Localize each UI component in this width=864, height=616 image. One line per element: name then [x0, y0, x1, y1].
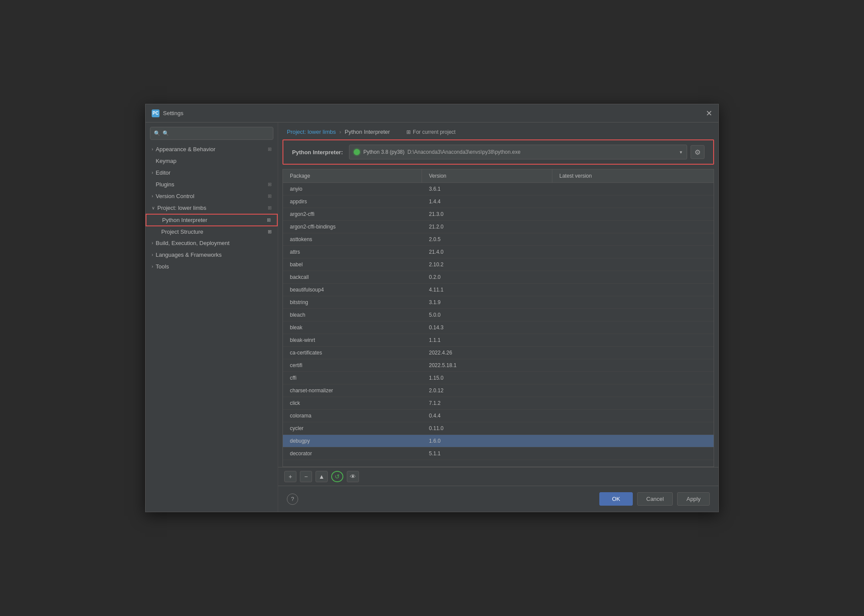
table-row[interactable]: beautifulsoup4 4.11.1 [283, 284, 714, 296]
add-package-button[interactable]: + [284, 471, 296, 482]
main-content: Project: lower limbs › Python Interprete… [278, 123, 718, 512]
table-row[interactable]: debugpy 1.6.0 [283, 435, 714, 447]
cell-latest [552, 309, 714, 321]
cell-latest [552, 410, 714, 422]
table-row[interactable]: charset-normalizer 2.0.12 [283, 384, 714, 397]
settings-dialog: PC Settings ✕ 🔍 › Appearance & Behavior … [145, 104, 719, 512]
cell-version: 2022.5.18.1 [422, 359, 552, 371]
sidebar-item-plugins[interactable]: › Plugins ⊞ [146, 179, 278, 190]
sidebar-item-label: Appearance & Behavior [156, 146, 215, 152]
table-row[interactable]: argon2-cffi-bindings 21.2.0 [283, 221, 714, 233]
cell-latest [552, 447, 714, 460]
chevron-right-icon: › [152, 264, 153, 269]
cell-latest [552, 372, 714, 384]
cell-package: backcall [283, 271, 422, 283]
chevron-right-icon: › [152, 170, 153, 175]
sidebar-item-label: Plugins [156, 181, 174, 188]
ok-button[interactable]: OK [599, 492, 633, 506]
cell-package: debugpy [283, 435, 422, 447]
footer-left: ? [287, 493, 298, 505]
cell-package: asttokens [283, 233, 422, 245]
eye-button[interactable]: 👁 [347, 471, 359, 482]
remove-package-button[interactable]: − [300, 471, 312, 482]
chevron-down-icon: ∨ [152, 205, 155, 210]
table-row[interactable]: asttokens 2.0.5 [283, 233, 714, 246]
copy-icon: ⊞ [268, 205, 272, 211]
table-row[interactable]: cycler 0.11.0 [283, 422, 714, 435]
table-row[interactable]: attrs 21.4.0 [283, 246, 714, 258]
sidebar-item-python-interpreter[interactable]: Python Interpreter ⊞ [146, 214, 278, 226]
table-row[interactable]: bleak-winrt 1.1.1 [283, 334, 714, 347]
chevron-right-icon: › [152, 252, 153, 257]
sidebar-item-project[interactable]: ∨ Project: lower limbs ⊞ [146, 202, 278, 214]
refresh-button[interactable]: ↺ [331, 471, 343, 482]
cell-version: 21.3.0 [422, 208, 552, 220]
chevron-right-icon: › [152, 241, 153, 245]
sidebar: 🔍 › Appearance & Behavior ⊞ › Keymap › E… [146, 123, 278, 512]
sidebar-item-version-control[interactable]: › Version Control ⊞ [146, 190, 278, 202]
table-row[interactable]: anyio 3.6.1 [283, 183, 714, 195]
chevron-right-icon: › [152, 194, 153, 199]
cell-version: 4.11.1 [422, 284, 552, 296]
cell-package: ca-certificates [283, 347, 422, 359]
interpreter-row: Python Interpreter: Python 3.8 (py38) D:… [282, 139, 714, 165]
table-row[interactable]: colorama 0.4.4 [283, 410, 714, 422]
cell-latest [552, 221, 714, 233]
table-row[interactable]: appdirs 1.4.4 [283, 195, 714, 208]
sidebar-item-build-exec[interactable]: › Build, Execution, Deployment [146, 237, 278, 249]
table-row[interactable]: bleach 5.0.0 [283, 309, 714, 321]
cell-package: certifi [283, 359, 422, 371]
table-row[interactable]: backcall 0.2.0 [283, 271, 714, 284]
sidebar-item-tools[interactable]: › Tools [146, 261, 278, 272]
close-button[interactable]: ✕ [706, 109, 712, 117]
table-row[interactable]: certifi 2022.5.18.1 [283, 359, 714, 372]
sidebar-item-keymap[interactable]: › Keymap [146, 155, 278, 167]
interpreter-settings-button[interactable]: ⚙ [691, 145, 704, 159]
sidebar-item-label: Tools [156, 263, 169, 270]
table-row[interactable]: decorator 5.1.1 [283, 447, 714, 460]
table-row[interactable]: ca-certificates 2022.4.26 [283, 347, 714, 359]
chevron-right-icon: › [152, 147, 153, 152]
for-project-label: For current project [413, 129, 455, 135]
copy-icon: ⊞ [268, 193, 272, 199]
sidebar-item-editor[interactable]: › Editor [146, 167, 278, 179]
cell-version: 3.6.1 [422, 183, 552, 195]
table-body: anyio 3.6.1 appdirs 1.4.4 argon2-cffi 21… [283, 183, 714, 467]
cell-package: bleak-winrt [283, 334, 422, 346]
sidebar-item-appearance[interactable]: › Appearance & Behavior ⊞ [146, 143, 278, 155]
table-row[interactable]: click 7.1.2 [283, 397, 714, 410]
cell-latest [552, 347, 714, 359]
copy-icon: ⊞ [268, 146, 272, 152]
cell-package: argon2-cffi [283, 208, 422, 220]
table-row[interactable]: bleak 0.14.3 [283, 321, 714, 334]
cell-latest [552, 359, 714, 371]
cell-version: 21.2.0 [422, 221, 552, 233]
cell-latest [552, 422, 714, 434]
apply-button[interactable]: Apply [677, 492, 710, 506]
search-input[interactable] [163, 130, 269, 136]
cell-latest [552, 334, 714, 346]
cell-package: anyio [283, 183, 422, 195]
sidebar-item-languages[interactable]: › Languages & Frameworks [146, 249, 278, 261]
table-toolbar: + − ▲ ↺ 👁 [278, 467, 718, 486]
help-button[interactable]: ? [287, 493, 298, 505]
cell-latest [552, 258, 714, 271]
cell-version: 3.1.9 [422, 296, 552, 308]
cell-version: 5.0.0 [422, 309, 552, 321]
breadcrumb-project-link[interactable]: Project: lower limbs [287, 129, 336, 135]
interpreter-select-dropdown[interactable]: Python 3.8 (py38) D:\Anaconda3\Anaconda3… [349, 145, 687, 159]
table-row[interactable]: babel 2.10.2 [283, 258, 714, 271]
search-box[interactable]: 🔍 [150, 127, 273, 140]
cell-version: 0.14.3 [422, 321, 552, 334]
sidebar-item-label: Keymap [156, 158, 176, 164]
cancel-button[interactable]: Cancel [637, 492, 673, 506]
table-row[interactable]: cffi 1.15.0 [283, 372, 714, 384]
app-icon: PC [152, 109, 160, 117]
sidebar-item-label: Languages & Frameworks [156, 252, 222, 258]
table-row[interactable]: bitstring 3.1.9 [283, 296, 714, 309]
up-button[interactable]: ▲ [316, 471, 328, 482]
table-row[interactable]: argon2-cffi 21.3.0 [283, 208, 714, 221]
sidebar-item-label: Project Structure [161, 229, 203, 235]
cell-version: 21.4.0 [422, 246, 552, 258]
sidebar-item-project-structure[interactable]: Project Structure ⊞ [146, 226, 278, 237]
